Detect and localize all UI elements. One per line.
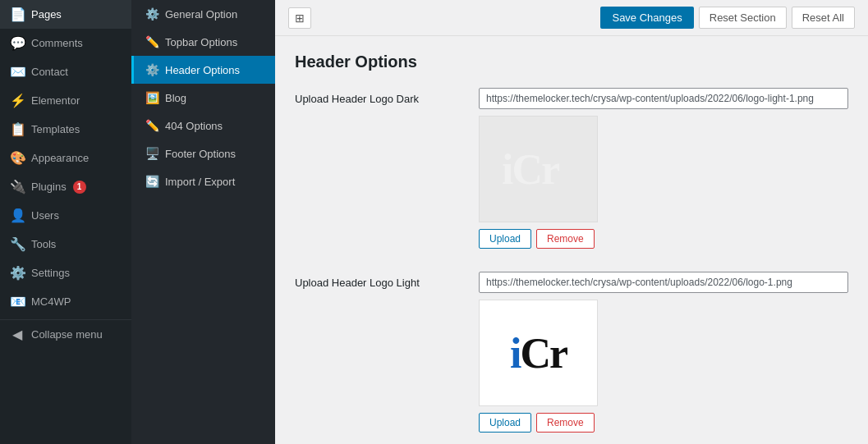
- sub-sidebar-item-label: Footer Options: [165, 148, 236, 160]
- sidebar-item-templates[interactable]: 📋 Templates: [0, 115, 131, 144]
- sub-sidebar-item-label: Topbar Options: [165, 36, 237, 48]
- reset-section-button[interactable]: Reset Section: [699, 7, 787, 29]
- toolbar-right: Save Changes Reset Section Reset All: [600, 7, 855, 29]
- reset-all-button[interactable]: Reset All: [792, 7, 855, 29]
- sidebar-item-elementor[interactable]: ⚡ Elementor: [0, 86, 131, 115]
- sidebar-item-pages[interactable]: 📄 Pages: [0, 0, 131, 29]
- sub-sidebar-item-label: Import / Export: [165, 176, 235, 188]
- 404-icon: ✏️: [145, 119, 158, 132]
- sidebar-item-users[interactable]: 👤 Users: [0, 201, 131, 230]
- sub-sidebar-item-topbar[interactable]: ✏️ Topbar Options: [131, 28, 275, 56]
- users-icon: 👤: [10, 208, 25, 223]
- sub-sidebar: ⚙️ General Option ✏️ Topbar Options ⚙️ H…: [131, 0, 275, 444]
- sub-sidebar-item-label: Blog: [165, 92, 186, 104]
- sidebar-item-plugins[interactable]: 🔌 Plugins 1: [0, 172, 131, 201]
- sub-sidebar-item-import[interactable]: 🔄 Import / Export: [131, 167, 275, 195]
- sidebar-item-label: Contact: [31, 66, 68, 78]
- sidebar-item-label: Collapse menu: [31, 328, 103, 341]
- sidebar-item-label: Appearance: [31, 152, 89, 164]
- sub-sidebar-item-footer[interactable]: 🖥️ Footer Options: [131, 140, 275, 167]
- logo-light-preview-blue: i: [510, 329, 520, 378]
- logo-dark-preview-text: iCr: [502, 145, 558, 194]
- sidebar-item-label: MC4WP: [31, 295, 71, 308]
- general-icon: ⚙️: [145, 7, 158, 21]
- menu-toggle-button[interactable]: ⊞: [288, 7, 311, 29]
- sidebar-item-label: Tools: [31, 238, 56, 250]
- logo-dark-upload-button[interactable]: Upload: [479, 229, 531, 249]
- logo-dark-content: iCr Upload Remove: [479, 88, 848, 249]
- logo-light-preview: i Cr: [479, 300, 598, 406]
- header-icon: ⚙️: [145, 63, 158, 76]
- logo-dark-btn-group: Upload Remove: [479, 229, 848, 249]
- tools-icon: 🔧: [10, 236, 25, 252]
- logo-light-remove-button[interactable]: Remove: [536, 413, 595, 433]
- logo-light-btn-group: Upload Remove: [479, 413, 848, 433]
- elementor-icon: ⚡: [10, 93, 25, 108]
- footer-icon: 🖥️: [145, 147, 158, 160]
- sidebar-item-label: Settings: [31, 267, 70, 279]
- wp-sidebar: 📄 Pages 💬 Comments ✉️ Contact ⚡ Elemento…: [0, 0, 131, 444]
- sidebar-item-appearance[interactable]: 🎨 Appearance: [0, 144, 131, 172]
- logo-light-preview-black: Cr: [520, 329, 567, 378]
- comments-icon: 💬: [10, 35, 25, 51]
- sub-sidebar-item-label: General Option: [165, 8, 237, 21]
- collapse-icon: ◀: [10, 327, 25, 342]
- sub-sidebar-item-label: 404 Options: [165, 120, 223, 132]
- logo-light-content: i Cr Upload Remove: [479, 272, 848, 433]
- page-title: Header Options: [295, 53, 848, 71]
- sidebar-item-tools[interactable]: 🔧 Tools: [0, 230, 131, 259]
- menu-toggle-icon: ⊞: [295, 11, 305, 25]
- pages-icon: 📄: [10, 7, 25, 22]
- sidebar-item-comments[interactable]: 💬 Comments: [0, 29, 131, 57]
- logo-light-upload-button[interactable]: Upload: [479, 413, 531, 433]
- sub-sidebar-item-general[interactable]: ⚙️ General Option: [131, 0, 275, 28]
- logo-light-url-input[interactable]: [479, 272, 848, 293]
- logo-dark-remove-button[interactable]: Remove: [536, 229, 595, 249]
- topbar-icon: ✏️: [145, 35, 158, 48]
- logo-light-field-row: Upload Header Logo Light i Cr Upload Rem…: [295, 272, 848, 433]
- sub-sidebar-item-404[interactable]: ✏️ 404 Options: [131, 112, 275, 140]
- logo-dark-label: Upload Header Logo Dark: [295, 88, 459, 105]
- sidebar-item-mc4wp[interactable]: 📧 MC4WP: [0, 287, 131, 316]
- sidebar-item-label: Users: [31, 209, 59, 222]
- settings-icon: ⚙️: [10, 265, 25, 281]
- sub-sidebar-item-label: Header Options: [165, 64, 240, 76]
- sidebar-item-label: Elementor: [31, 94, 80, 107]
- mc4wp-icon: 📧: [10, 294, 25, 309]
- logo-dark-preview: iCr: [479, 116, 598, 222]
- save-changes-button[interactable]: Save Changes: [600, 7, 693, 29]
- sidebar-item-settings[interactable]: ⚙️ Settings: [0, 259, 131, 287]
- import-icon: 🔄: [145, 175, 158, 188]
- blog-icon: 🖼️: [145, 91, 158, 104]
- sidebar-item-label: Plugins: [31, 181, 67, 193]
- toolbar: ⊞ Save Changes Reset Section Reset All: [275, 0, 868, 36]
- main-content: ⊞ Save Changes Reset Section Reset All H…: [275, 0, 868, 444]
- sub-sidebar-item-header[interactable]: ⚙️ Header Options: [131, 56, 275, 84]
- logo-light-label: Upload Header Logo Light: [295, 272, 459, 289]
- sidebar-item-collapse[interactable]: ◀ Collapse menu: [0, 319, 131, 349]
- contact-icon: ✉️: [10, 64, 25, 80]
- content-area: Header Options Upload Header Logo Dark i…: [275, 36, 868, 444]
- toolbar-left: ⊞: [288, 7, 311, 29]
- sub-sidebar-item-blog[interactable]: 🖼️ Blog: [131, 84, 275, 112]
- sidebar-item-contact[interactable]: ✉️ Contact: [0, 57, 131, 86]
- logo-dark-field-row: Upload Header Logo Dark iCr Upload Remov…: [295, 88, 848, 249]
- appearance-icon: 🎨: [10, 150, 25, 166]
- sidebar-item-label: Templates: [31, 123, 80, 135]
- plugins-badge: 1: [73, 181, 86, 194]
- sidebar-item-label: Pages: [31, 8, 62, 21]
- logo-dark-url-input[interactable]: [479, 88, 848, 109]
- sidebar-item-label: Comments: [31, 37, 83, 49]
- templates-icon: 📋: [10, 121, 25, 137]
- plugins-icon: 🔌: [10, 179, 25, 195]
